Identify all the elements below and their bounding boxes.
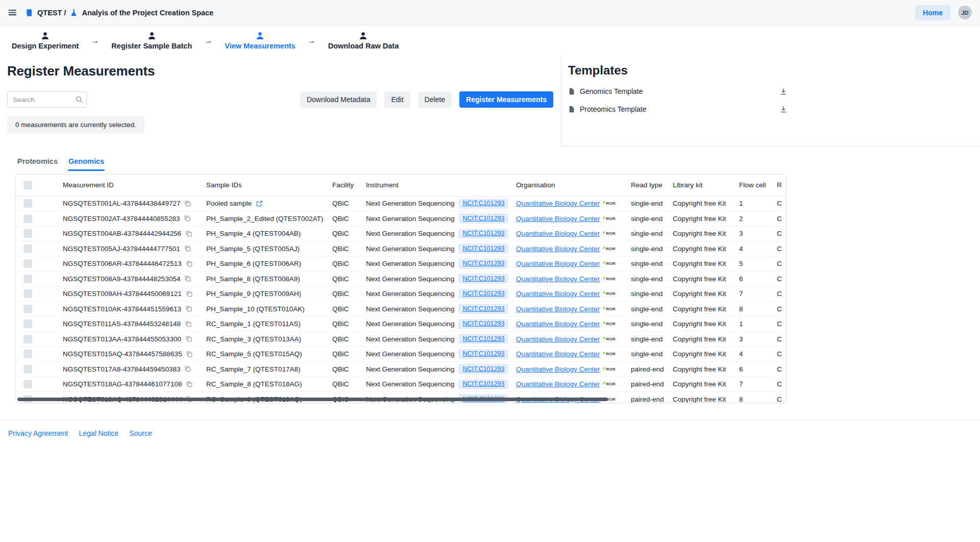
flow-cell-cell: 8 bbox=[731, 302, 769, 317]
ncit-term-link[interactable]: NCIT:C101293 bbox=[458, 304, 508, 314]
selection-status: 0 measurements are currently selected. bbox=[7, 116, 144, 133]
ncit-term-link[interactable]: NCIT:C101293 bbox=[458, 213, 508, 224]
row-checkbox[interactable] bbox=[23, 289, 32, 298]
delete-button[interactable]: Delete bbox=[418, 91, 452, 108]
external-link-icon[interactable] bbox=[256, 200, 263, 207]
privacy-agreement-link[interactable]: Privacy Agreement bbox=[8, 429, 68, 437]
organisation-link[interactable]: Quantitative Biology Center bbox=[516, 350, 600, 358]
select-all-checkbox[interactable] bbox=[23, 181, 32, 189]
library-kit-cell: Copyright free Kit bbox=[665, 392, 731, 404]
ncit-term-link[interactable]: NCIT:C101293 bbox=[458, 289, 508, 299]
read-type-cell: paired-end bbox=[623, 362, 665, 377]
organisation-link[interactable]: Quantitative Biology Center bbox=[516, 290, 600, 298]
ror-icon: ROR bbox=[603, 261, 615, 266]
instrument-name: Next Generation Sequencing bbox=[366, 320, 454, 328]
flow-cell-cell: 2 bbox=[731, 211, 769, 227]
user-avatar[interactable]: JD bbox=[958, 6, 972, 19]
ncit-term-link[interactable]: NCIT:C101293 bbox=[458, 274, 508, 284]
tab-proteomics[interactable]: Proteomics bbox=[17, 153, 58, 171]
copy-icon[interactable] bbox=[185, 321, 192, 328]
copy-icon[interactable] bbox=[186, 260, 193, 267]
copy-icon[interactable] bbox=[185, 335, 192, 342]
step-download-raw-data[interactable]: Download Raw Data bbox=[328, 32, 399, 50]
library-kit-cell: Copyright free Kit bbox=[665, 316, 731, 332]
row-checkbox[interactable] bbox=[23, 380, 32, 388]
row-checkbox[interactable] bbox=[23, 244, 32, 253]
copy-icon[interactable] bbox=[184, 245, 191, 252]
organisation-link[interactable]: Quantitative Biology Center bbox=[516, 275, 600, 283]
facility-cell: QBiC bbox=[325, 332, 358, 347]
ncit-term-link[interactable]: NCIT:C101293 bbox=[458, 349, 508, 359]
step-view-measurements[interactable]: View Measurements bbox=[225, 32, 295, 50]
download-template-icon[interactable] bbox=[779, 105, 788, 113]
home-button[interactable]: Home bbox=[915, 5, 950, 20]
row-checkbox[interactable] bbox=[23, 275, 32, 283]
organisation-link[interactable]: Quantitative Biology Center bbox=[516, 305, 600, 313]
copy-icon[interactable] bbox=[184, 215, 191, 222]
organisation-link[interactable]: Quantitative Biology Center bbox=[516, 365, 600, 373]
edit-button[interactable]: Edit bbox=[384, 91, 410, 108]
library-kit-cell: Copyright free Kit bbox=[665, 302, 731, 317]
menu-icon[interactable] bbox=[8, 8, 17, 17]
col-organisation: Organisation bbox=[508, 175, 623, 196]
facility-cell: QBiC bbox=[325, 241, 358, 257]
copy-icon[interactable] bbox=[186, 351, 193, 358]
ncit-term-link[interactable]: NCIT:C101293 bbox=[458, 243, 508, 254]
organisation-link[interactable]: Quantitative Biology Center bbox=[516, 230, 600, 237]
source-link[interactable]: Source bbox=[129, 429, 152, 437]
copy-icon[interactable] bbox=[184, 365, 191, 373]
instrument-name: Next Generation Sequencing bbox=[366, 350, 454, 358]
organisation-link[interactable]: Quantitative Biology Center bbox=[516, 245, 600, 253]
organisation-link[interactable]: Quantitative Biology Center bbox=[516, 200, 600, 207]
copy-icon[interactable] bbox=[186, 381, 193, 388]
read-type-cell: single-end bbox=[623, 332, 665, 347]
copy-icon[interactable] bbox=[185, 230, 192, 237]
row-checkbox[interactable] bbox=[23, 199, 32, 208]
organisation-link[interactable]: Quantitative Biology Center bbox=[516, 260, 600, 267]
row-checkbox[interactable] bbox=[23, 214, 32, 223]
clipped-cell: C bbox=[769, 256, 786, 272]
workflow-steps: Design Experiment → Register Sample Batc… bbox=[0, 26, 980, 56]
table-row: NGSQTEST009AH-437844450069121 PH_Sample_… bbox=[16, 286, 786, 302]
copy-icon[interactable] bbox=[186, 290, 193, 298]
legal-notice-link[interactable]: Legal Notice bbox=[79, 429, 119, 437]
ncit-term-link[interactable]: NCIT:C101293 bbox=[458, 259, 508, 269]
file-icon bbox=[568, 87, 575, 95]
project-code-crumb[interactable]: QTEST / bbox=[37, 9, 66, 17]
sample-id: RC_Sample_7 (QTEST017A8) bbox=[206, 365, 301, 373]
ncit-term-link[interactable]: NCIT:C101293 bbox=[458, 319, 508, 329]
instrument-name: Next Generation Sequencing bbox=[366, 290, 454, 298]
row-checkbox[interactable] bbox=[23, 350, 32, 358]
tab-genomics[interactable]: Genomics bbox=[68, 153, 105, 171]
read-type-cell: paired-end bbox=[623, 377, 665, 392]
horizontal-scrollbar[interactable] bbox=[17, 398, 608, 401]
row-checkbox[interactable] bbox=[23, 259, 32, 268]
row-checkbox[interactable] bbox=[23, 229, 32, 238]
step-design-experiment[interactable]: Design Experiment bbox=[12, 32, 79, 50]
step-register-sample-batch[interactable]: Register Sample Batch bbox=[111, 32, 192, 50]
row-checkbox[interactable] bbox=[23, 305, 32, 313]
copy-icon[interactable] bbox=[184, 275, 191, 282]
ncit-term-link[interactable]: NCIT:C101293 bbox=[458, 199, 508, 209]
copy-icon[interactable] bbox=[184, 200, 191, 207]
instrument-name: Next Generation Sequencing bbox=[366, 230, 454, 237]
row-checkbox[interactable] bbox=[23, 335, 32, 343]
download-metadata-button[interactable]: Download Metadata bbox=[300, 91, 377, 108]
download-template-icon[interactable] bbox=[779, 87, 788, 95]
ncit-term-link[interactable]: NCIT:C101293 bbox=[458, 229, 508, 239]
row-checkbox[interactable] bbox=[23, 365, 32, 374]
instrument-name: Next Generation Sequencing bbox=[366, 335, 454, 343]
organisation-link[interactable]: Quantitative Biology Center bbox=[516, 380, 600, 388]
step-label: Register Sample Batch bbox=[111, 42, 192, 50]
ncit-term-link[interactable]: NCIT:C101293 bbox=[458, 334, 508, 344]
facility-cell: QBiC bbox=[325, 302, 358, 317]
organisation-link[interactable]: Quantitative Biology Center bbox=[516, 335, 600, 343]
row-checkbox[interactable] bbox=[23, 319, 32, 328]
register-measurements-button[interactable]: Register Measurements bbox=[459, 91, 553, 108]
facility-cell: QBiC bbox=[325, 377, 358, 392]
ncit-term-link[interactable]: NCIT:C101293 bbox=[458, 379, 508, 389]
organisation-link[interactable]: Quantitative Biology Center bbox=[516, 215, 600, 223]
organisation-link[interactable]: Quantitative Biology Center bbox=[516, 320, 600, 328]
copy-icon[interactable] bbox=[185, 305, 192, 312]
ncit-term-link[interactable]: NCIT:C101293 bbox=[458, 364, 508, 374]
